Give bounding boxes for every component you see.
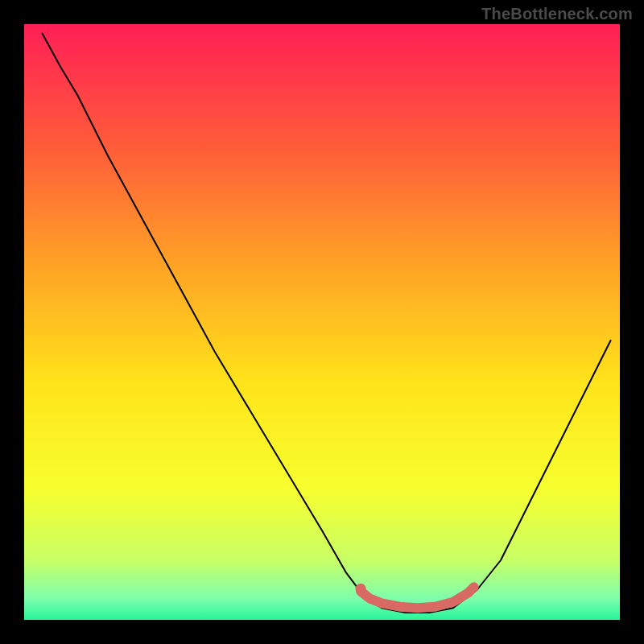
bottleneck-chart xyxy=(0,0,644,644)
start-dot-marker xyxy=(355,584,365,594)
chart-frame: TheBottleneck.com xyxy=(0,0,644,644)
watermark-text: TheBottleneck.com xyxy=(481,5,633,23)
